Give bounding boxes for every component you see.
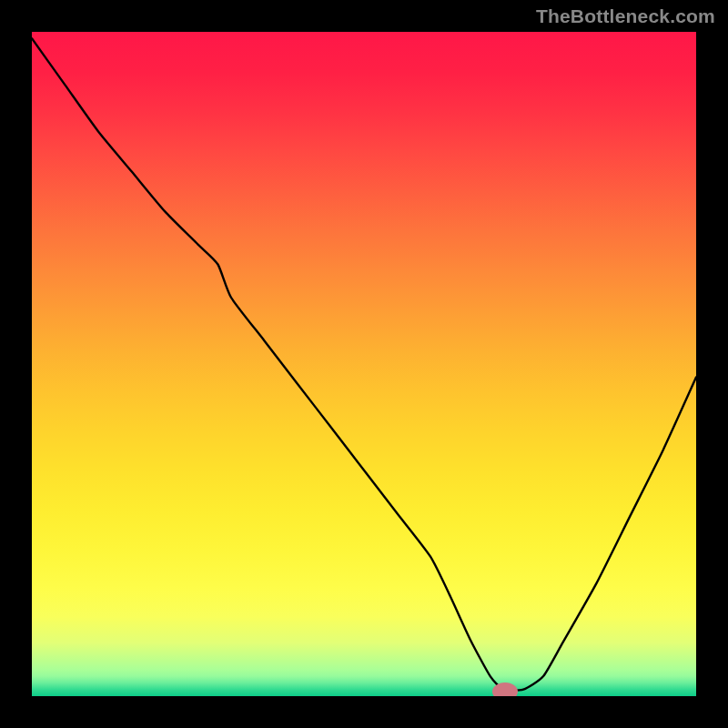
gradient-background [32, 32, 696, 696]
watermark-text: TheBottleneck.com [536, 5, 715, 27]
chart-canvas [0, 0, 728, 728]
marker-pill [492, 682, 518, 701]
